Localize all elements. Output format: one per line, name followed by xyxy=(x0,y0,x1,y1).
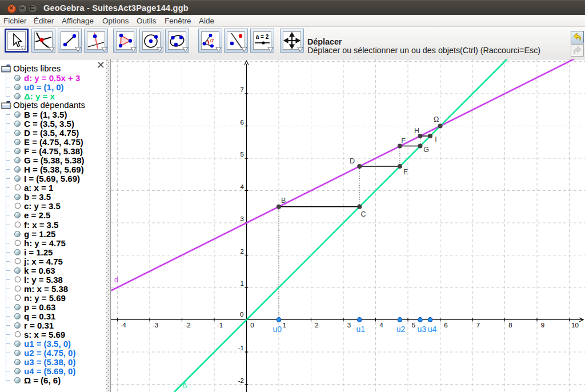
svg-text:9: 9 xyxy=(541,322,544,329)
svg-text:d: d xyxy=(114,276,118,284)
svg-text:0: 0 xyxy=(250,322,254,329)
svg-text:α: α xyxy=(210,37,214,43)
svg-text:1: 1 xyxy=(283,322,286,329)
svg-text:C: C xyxy=(361,210,366,218)
svg-text:-2: -2 xyxy=(238,377,244,384)
svg-text:D: D xyxy=(350,157,355,165)
svg-text:-4: -4 xyxy=(120,322,126,329)
svg-text:-2: -2 xyxy=(185,322,190,329)
svg-text:7: 7 xyxy=(241,86,244,93)
svg-text:u3: u3 xyxy=(418,325,427,334)
svg-text:3: 3 xyxy=(347,322,351,329)
svg-text:F: F xyxy=(401,137,406,145)
svg-text:-1: -1 xyxy=(217,322,223,329)
svg-text:4: 4 xyxy=(379,322,383,329)
svg-text:u1: u1 xyxy=(356,325,366,334)
svg-text:3: 3 xyxy=(241,215,244,222)
svg-text:H: H xyxy=(414,127,419,135)
svg-text:5: 5 xyxy=(412,322,415,329)
svg-text:a = 2: a = 2 xyxy=(256,34,269,40)
svg-text:7: 7 xyxy=(476,322,480,329)
svg-text:I: I xyxy=(435,135,436,143)
svg-text:B: B xyxy=(281,197,286,205)
svg-text:4: 4 xyxy=(241,183,245,190)
svg-text:E: E xyxy=(403,168,408,176)
svg-text:u2: u2 xyxy=(396,325,406,334)
svg-text:-1: -1 xyxy=(238,345,244,351)
svg-text:10: 10 xyxy=(571,322,579,329)
svg-text:8: 8 xyxy=(508,322,512,329)
svg-text:2: 2 xyxy=(315,322,318,329)
svg-text:1: 1 xyxy=(241,280,244,287)
svg-text:G: G xyxy=(423,146,429,154)
svg-text:Δ: Δ xyxy=(182,381,187,389)
svg-text:2: 2 xyxy=(241,248,244,255)
svg-text:5: 5 xyxy=(241,151,244,158)
svg-text:u0: u0 xyxy=(273,325,282,334)
svg-text:6: 6 xyxy=(444,322,447,329)
svg-text:Ω: Ω xyxy=(434,115,439,123)
svg-text:-3: -3 xyxy=(153,322,158,329)
svg-text:u4: u4 xyxy=(428,325,437,334)
svg-text:0: 0 xyxy=(240,311,243,318)
svg-text:6: 6 xyxy=(241,119,244,126)
